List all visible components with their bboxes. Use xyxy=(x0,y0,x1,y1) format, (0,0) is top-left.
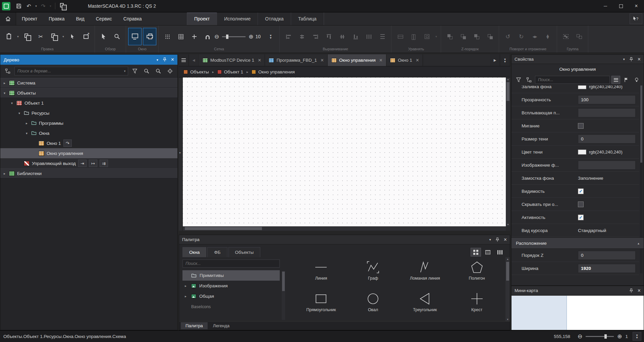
scroll-down-icon[interactable] xyxy=(505,318,510,321)
palette-item-polyline[interactable]: Ломаная линия xyxy=(399,259,451,290)
canvas-horizontal-scrollbar[interactable] xyxy=(183,226,506,231)
menu-help[interactable]: Справка xyxy=(118,12,148,25)
mode-tab-project[interactable]: Проект xyxy=(187,12,217,25)
minimap-viewport[interactable] xyxy=(512,296,567,330)
expand-arrow-icon[interactable] xyxy=(17,111,21,115)
palette-item-line[interactable]: Линия xyxy=(295,259,347,290)
expand-arrow-icon[interactable] xyxy=(185,284,186,288)
tree-item-control-output[interactable]: Управляющий выход xyxy=(0,158,177,168)
close-button[interactable] xyxy=(629,0,644,12)
category-images[interactable]: Изображения xyxy=(182,281,280,291)
minimize-button[interactable] xyxy=(598,0,613,12)
grid-dots-button[interactable] xyxy=(161,28,174,45)
palette-item-graph[interactable]: Граф xyxy=(347,259,399,290)
distribute-h-button[interactable] xyxy=(362,28,376,45)
palette-tab-windows[interactable]: Окна xyxy=(182,247,206,257)
panel-close-icon[interactable] xyxy=(638,56,641,62)
zoom-out-button[interactable] xyxy=(214,33,219,40)
bind-link-button[interactable] xyxy=(89,160,97,167)
zoom-slider-thumb[interactable] xyxy=(604,334,607,339)
tree-item-libraries[interactable]: Библиотеки xyxy=(0,168,177,178)
shadow-size-input[interactable]: 0 xyxy=(578,134,636,144)
tiling-value[interactable]: Заполнение xyxy=(578,176,603,181)
tree-item-resources[interactable]: Ресурсы xyxy=(0,108,177,118)
tree-item-system[interactable]: Система xyxy=(0,78,177,88)
menu-view[interactable]: Вид xyxy=(70,12,90,25)
hide-checkbox[interactable] xyxy=(578,202,584,207)
panel-menu-icon[interactable] xyxy=(489,238,491,241)
pointer-tool-button[interactable] xyxy=(97,28,110,45)
undo-button[interactable] xyxy=(24,1,34,11)
shadow-color-value[interactable]: rgb(240,240,240) xyxy=(578,150,636,155)
panel-close-icon[interactable] xyxy=(504,237,507,243)
palette-item-triangle[interactable]: Треугольник xyxy=(399,290,451,322)
duplicate-button[interactable] xyxy=(47,28,61,45)
tree-item-windows[interactable]: Окна xyxy=(0,128,177,138)
tab-close-icon[interactable] xyxy=(258,57,261,63)
redo-dropdown[interactable] xyxy=(48,1,53,11)
snap-to-grid-button[interactable] xyxy=(187,28,201,45)
mode-tab-runtime[interactable]: Исполнение xyxy=(217,12,258,25)
tab-close-icon[interactable] xyxy=(321,57,324,63)
width-input[interactable]: 1920 xyxy=(578,264,636,273)
zoom-tool-button[interactable] xyxy=(110,28,124,45)
bind-output-button[interactable] xyxy=(100,160,108,167)
bottom-tab-palette[interactable]: Палитра xyxy=(181,322,208,329)
opacity-input[interactable]: 100 xyxy=(578,95,636,104)
bottom-tab-legend[interactable]: Легенда xyxy=(208,322,234,329)
expand-arrow-icon[interactable] xyxy=(10,101,14,105)
new-window-button[interactable] xyxy=(58,1,68,11)
bring-to-front-button[interactable] xyxy=(443,28,457,45)
tree-filter-button[interactable] xyxy=(130,66,140,76)
zoom-menu-button[interactable] xyxy=(633,332,641,341)
paste-button[interactable] xyxy=(2,28,15,45)
tree-item-objects[interactable]: Объекты xyxy=(0,88,177,98)
equalize-dropdown[interactable] xyxy=(434,28,439,45)
scrollbar-thumb[interactable] xyxy=(640,86,642,163)
design-canvas[interactable] xyxy=(183,77,506,226)
equal-size-button[interactable] xyxy=(420,28,434,45)
scrollbar-thumb[interactable] xyxy=(506,82,509,101)
props-search-input[interactable] xyxy=(535,76,610,84)
cut-button[interactable] xyxy=(34,28,47,45)
palette-item-rectangle[interactable]: Прямоугольник xyxy=(295,290,347,322)
panel-menu-icon[interactable] xyxy=(623,57,625,61)
tab-close-icon[interactable] xyxy=(379,57,382,63)
select-button[interactable] xyxy=(66,28,79,45)
props-hint-button[interactable] xyxy=(632,76,641,84)
cursor-value[interactable]: Стандартный xyxy=(578,228,606,233)
equal-height-button[interactable] xyxy=(407,28,420,45)
activity-checkbox[interactable] xyxy=(578,215,584,220)
scroll-down-icon[interactable] xyxy=(506,223,510,226)
scroll-tabs-left-button[interactable] xyxy=(189,54,199,66)
collapsed-panel-strip[interactable] xyxy=(179,77,183,231)
align-top-button[interactable] xyxy=(322,28,335,45)
zoom-in-button[interactable] xyxy=(617,333,622,340)
save-button[interactable] xyxy=(14,1,24,11)
zoom-slider[interactable] xyxy=(586,336,614,337)
tree-locate-button[interactable] xyxy=(165,66,175,76)
mode-tab-table[interactable]: Таблица xyxy=(291,12,324,25)
scrollbar-thumb[interactable] xyxy=(185,227,262,230)
zoom-in-button[interactable] xyxy=(249,33,253,40)
blink-checkbox[interactable] xyxy=(578,123,584,129)
context-help-button[interactable] xyxy=(630,13,642,24)
open-window-button[interactable] xyxy=(63,139,72,147)
bring-forward-button[interactable] xyxy=(470,28,483,45)
tree-item-object1[interactable]: Объект 1 xyxy=(0,98,177,108)
minimap-view[interactable] xyxy=(512,295,644,330)
menu-project[interactable]: Проект xyxy=(16,12,43,25)
visibility-checkbox[interactable] xyxy=(578,188,584,194)
doc-tab-window1[interactable]: Окно 1 xyxy=(386,54,423,66)
doc-tab-program-fbd[interactable]: Программа_FBD_1 xyxy=(265,54,328,66)
menu-service[interactable]: Сервис xyxy=(90,12,118,25)
palette-item-cross[interactable]: Крест xyxy=(451,290,503,322)
panel-close-icon[interactable] xyxy=(171,57,174,63)
palette-tab-fb[interactable]: ФБ xyxy=(207,247,227,257)
tree-settings-button[interactable] xyxy=(3,66,13,76)
tab-list-button[interactable] xyxy=(179,54,189,66)
distribute-v-button[interactable] xyxy=(376,28,389,45)
screen-view-button[interactable] xyxy=(128,28,142,45)
tree-item-control-window[interactable]: Окно управления xyxy=(0,148,177,158)
zoom-out-button[interactable] xyxy=(578,333,582,340)
